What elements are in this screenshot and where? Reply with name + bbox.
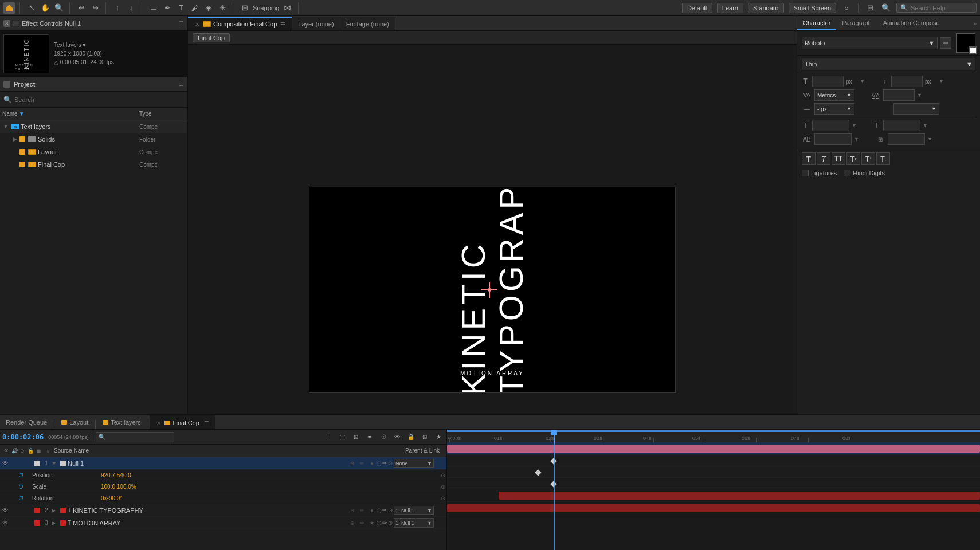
comp-tab-footage[interactable]: Footage (none) [340,17,395,30]
rect-tool[interactable]: ▭ [148,2,159,14]
layer-kinetic[interactable]: 👁 2 ▶ T KINETIC TYPOGRAPHY ⊕ ✏ [0,504,446,517]
char-tab-paragraph[interactable]: Paragraph [836,17,877,30]
text-style-tr[interactable]: Tr [846,152,860,165]
tl-tab-render[interactable]: Render Queue [0,415,53,429]
search-input[interactable] [911,5,968,11]
tab-close-final-cop[interactable]: ✕ [194,21,201,28]
tl-markers-btn[interactable]: ⋮ [323,431,334,443]
tl-solo-btn[interactable]: ☉ [378,431,389,443]
char-tab-animation[interactable]: Animation Compose [877,17,946,30]
small-screen-btn[interactable]: Small Screen [789,3,836,13]
extend-workspaces[interactable]: » [841,2,852,14]
null1-rotation-value[interactable]: 0x-90.0° [101,495,441,501]
search-icon[interactable]: 🔍 [880,2,892,14]
indent-right-select[interactable]: ▼ [893,103,939,115]
expand-text-layers[interactable]: ▼ [2,124,9,129]
learn-btn[interactable]: Learn [717,3,743,13]
tsumi-input[interactable]: 0 % [888,133,925,145]
tl-tab-layout[interactable]: Layout [56,415,94,429]
motion-parent-select[interactable]: 1. Null 1 ▼ [394,518,434,528]
null1-scale-link[interactable]: ⊙ [441,484,445,490]
null1-sw-anchor[interactable]: ⊕ [348,459,357,468]
char-tab-character[interactable]: Character [797,17,836,30]
project-item-layout[interactable]: ▶ Layout Compc [0,146,187,158]
font-color-white[interactable] [970,47,977,54]
motion-sw-anchor[interactable]: ⊕ [348,518,357,528]
motion-sw-star[interactable]: ★ [367,518,377,528]
tl-comp-btn[interactable]: ⊞ [419,431,430,443]
comp-tab-layer[interactable]: Layer (none) [292,17,340,30]
scale-h-input[interactable]: 100 % [812,120,849,131]
kinetic-sw-star[interactable]: ★ [367,506,377,515]
null1-scale-value[interactable]: 100.0,100.0% [101,484,441,490]
font-size-input[interactable]: 186 [812,76,844,87]
tl-tab-final-cop-menu[interactable]: ☰ [204,420,209,426]
null1-parent-select[interactable]: None ▼ [394,459,434,468]
scale-h-arrow[interactable]: ▼ [852,123,857,128]
tl-shy-btn[interactable]: 👁 [391,431,403,443]
scale-v-arrow[interactable]: ▼ [923,123,928,128]
home-button[interactable] [3,2,15,14]
kinetic-ctrl-circle[interactable]: ◌ [377,507,382,513]
project-item-text-layers[interactable]: ▼ ⊞ Text layers Compc [0,120,187,133]
default-btn[interactable]: Default [682,3,712,13]
font-pencil-btn[interactable]: ✏ [940,37,951,49]
tl-time-display[interactable]: 0:00:02:06 [2,433,44,441]
undo-tool[interactable]: ↩ [76,2,87,14]
tsumi-arrow[interactable]: ▼ [927,136,932,142]
standard-btn[interactable]: Standard [748,3,784,13]
kinetic-sw-anchor[interactable]: ⊕ [348,506,357,515]
null1-vis[interactable]: 👁 [1,460,9,466]
scale-v-input[interactable]: 100 % [883,120,920,131]
redo-tool[interactable]: ↪ [89,2,101,14]
tl-flow-btn[interactable]: ⊞ [350,431,362,443]
null1-ctrl-circle[interactable]: ◌ [377,460,382,466]
zoom-tool[interactable]: 🔍 [53,2,65,14]
kinetic-ctrl-pencil[interactable]: ✏ [382,507,387,513]
ligatures-checkbox[interactable]: Ligatures [802,170,837,176]
baseline-input[interactable]: 0 px [814,133,852,145]
null1-sw-star[interactable]: ★ [367,459,377,468]
project-item-solids[interactable]: ▶ Solids Folder [0,133,187,146]
null1-rotation-link[interactable]: ⊙ [441,495,445,501]
motion-expand[interactable]: ▶ [52,520,58,526]
search-bar[interactable]: 🔍 [896,3,977,13]
null1-ctrl-pencil[interactable]: ✏ [382,460,387,466]
pen-tool[interactable]: ✒ [162,2,173,14]
motion-ctrl-circle[interactable]: ◌ [377,520,382,526]
null1-position-link[interactable]: ⊙ [441,472,445,478]
layer-null1[interactable]: 👁 1 ▼ Null 1 ⊕ ✏ ★ [0,457,446,470]
motion-ctrl-pencil[interactable]: ✏ [382,520,387,526]
hindi-digits-checkbox-box[interactable] [844,170,850,176]
tl-graph-btn[interactable]: ⬚ [336,431,348,443]
null1-position-value[interactable]: 920.7,540.0 [101,472,441,478]
move-down-tool[interactable]: ↓ [126,2,137,14]
selection-tool[interactable]: ↖ [26,2,37,14]
kerning-select[interactable]: Metrics ▼ [814,89,854,101]
kinetic-parent-select[interactable]: 1. Null 1 ▼ [394,506,434,515]
project-options[interactable]: ☰ [179,81,184,87]
font-name-select[interactable]: Roboto ▼ [802,37,938,49]
null1-scale-stopwatch[interactable]: ⏱ [18,484,26,490]
tab-pin-final-cop[interactable]: ☰ [279,21,286,28]
project-search-input[interactable] [14,96,184,103]
motion-sw-pencil[interactable]: ✏ [358,518,367,528]
media-browser[interactable]: ⊟ [864,2,876,14]
null1-position-stopwatch[interactable]: ⏱ [18,472,26,478]
effect-controls-close[interactable]: ✕ [3,20,10,27]
tl-tab-final-cop[interactable]: ✕ Final Cop ☰ [150,415,215,429]
null1-sw-pencil[interactable]: ✏ [358,459,367,468]
comp-tab-final-cop[interactable]: ✕ Composition Final Cop ☰ [188,17,292,30]
breadcrumb-final-cop[interactable]: Final Cop [193,33,230,42]
tl-tab-text-layers[interactable]: Text layers [97,415,147,429]
tracking-arrow[interactable]: ▼ [917,92,922,98]
text-style-tsub[interactable]: T, [876,152,890,165]
brush-tool[interactable]: 🖌 [189,2,201,14]
leading-arrow[interactable]: ▼ [939,78,944,84]
hindi-digits-checkbox[interactable]: Hindi Digits [844,170,885,176]
null1-expand[interactable]: ▼ [52,461,58,466]
layer-motion-array[interactable]: 👁 3 ▶ T MOTION ARRAY ⊕ ✏ [0,517,446,529]
font-style-select[interactable]: Thin ▼ [802,58,975,70]
kinetic-expand[interactable]: ▶ [52,508,58,513]
indent-select[interactable]: - px ▼ [814,103,854,115]
